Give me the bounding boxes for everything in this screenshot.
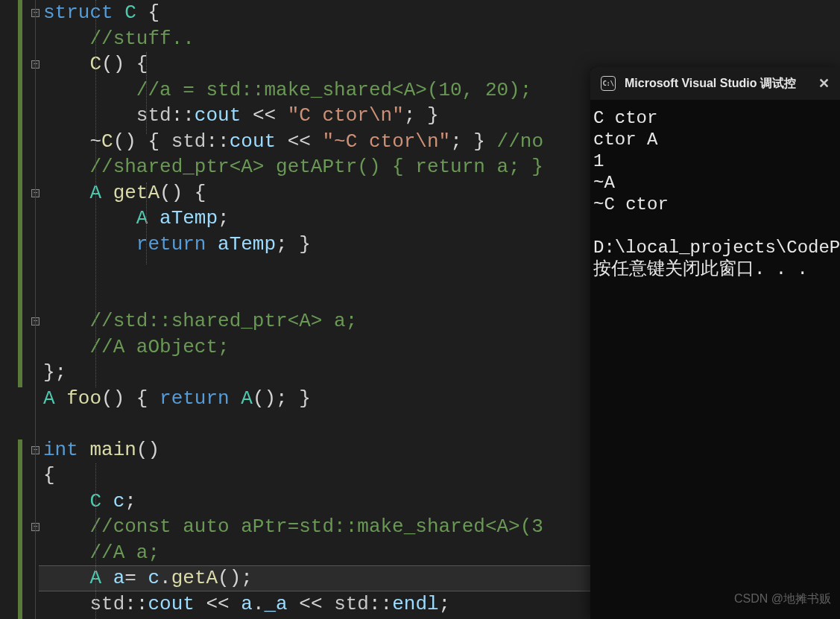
- code-line[interactable]: //stuff..: [43, 26, 543, 52]
- code-line[interactable]: {: [43, 463, 543, 489]
- code-line[interactable]: A getA() {: [43, 180, 543, 206]
- console-titlebar[interactable]: C:\ Microsoft Visual Studio 调试控 ✕: [590, 67, 840, 100]
- code-line[interactable]: std::cout << a._a << std::endl;: [43, 591, 543, 618]
- indent-guide: [95, 463, 96, 619]
- code-line[interactable]: int main(): [43, 437, 543, 463]
- code-line[interactable]: [43, 411, 543, 437]
- indent-guide: [146, 182, 147, 264]
- code-line[interactable]: std::cout << "C ctor\n"; }: [43, 103, 543, 129]
- code-line[interactable]: };: [43, 360, 543, 386]
- code-line[interactable]: //std::shared_ptr<A> a;: [43, 308, 543, 334]
- close-icon[interactable]: ✕: [818, 71, 830, 97]
- code-line[interactable]: struct C {: [43, 0, 543, 26]
- code-line[interactable]: //shared_ptr<A> getAPtr() { return a; }: [43, 154, 543, 180]
- watermark-text: CSDN @地摊书贩: [734, 586, 831, 612]
- code-line[interactable]: //a = std::make_shared<A>(10, 20);: [43, 77, 543, 104]
- code-line[interactable]: C() {: [43, 51, 543, 77]
- code-line[interactable]: ~C() { std::cout << "~C ctor\n"; } //no: [43, 129, 543, 155]
- code-line[interactable]: [43, 283, 543, 309]
- code-text-area[interactable]: struct C { //stuff.. C() { //a = std::ma…: [43, 0, 543, 617]
- change-marker: [18, 439, 22, 619]
- code-line[interactable]: A a= c.getA();: [43, 565, 543, 591]
- indent-guide: [95, 0, 96, 387]
- console-icon: C:\: [601, 76, 616, 91]
- code-line[interactable]: //A aObject;: [43, 334, 543, 361]
- code-line[interactable]: A foo() { return A(); }: [43, 386, 543, 412]
- change-marker: [18, 0, 22, 387]
- code-line[interactable]: C c;: [43, 489, 543, 515]
- editor-gutter: [0, 0, 30, 619]
- code-line[interactable]: return aTemp; }: [43, 232, 543, 258]
- indent-guide: [146, 52, 147, 134]
- code-line[interactable]: //A a;: [43, 540, 543, 566]
- code-line[interactable]: A aTemp;: [43, 206, 543, 232]
- code-line[interactable]: //const auto aPtr=std::make_shared<A>(3: [43, 514, 543, 540]
- code-line[interactable]: [43, 257, 543, 283]
- debug-console-window[interactable]: C:\ Microsoft Visual Studio 调试控 ✕ C ctor…: [590, 67, 840, 619]
- fold-guide-line: [35, 0, 36, 619]
- console-title: Microsoft Visual Studio 调试控: [625, 71, 796, 97]
- console-output: C ctor ctor A 1 ~A ~C ctor D:\local_proj…: [590, 100, 840, 288]
